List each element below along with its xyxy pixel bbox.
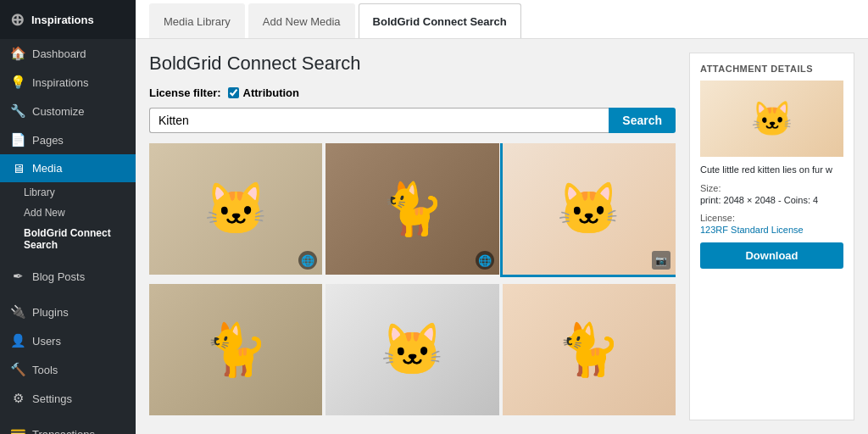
boldgrid-label: BoldGrid Connect Search xyxy=(24,227,125,251)
sidebar-item-pages[interactable]: 📄 Pages xyxy=(0,125,136,154)
users-icon: 👤 xyxy=(10,333,25,348)
globe-badge-2: 🌐 xyxy=(476,251,494,270)
license-label: License: xyxy=(700,213,843,223)
size-value: print: 2048 × 2048 - Coins: 4 xyxy=(700,195,818,205)
tab-media-library-label: Media Library xyxy=(164,15,231,28)
image-cell-5[interactable]: 🐱 xyxy=(326,284,498,415)
sidebar-submenu-library[interactable]: Library xyxy=(24,182,136,203)
license-link[interactable]: 123RF Standard License xyxy=(700,225,804,235)
site-name: ⊕ Inspirations xyxy=(0,0,136,39)
search-panel: BoldGrid Connect Search License filter: … xyxy=(149,53,676,420)
settings-icon: ⚙ xyxy=(10,391,25,406)
plugins-icon: 🔌 xyxy=(10,304,25,320)
image-cell-6[interactable]: 🐈 xyxy=(503,284,676,415)
attribution-checkbox-row: Attribution xyxy=(228,86,299,99)
sidebar-item-inspirations[interactable]: 💡 Inspirations xyxy=(0,68,136,97)
sidebar: ⊕ Inspirations 🏠 Dashboard 💡 Inspiration… xyxy=(0,0,136,434)
attachment-details-header: ATTACHMENT DETAILS xyxy=(700,64,843,74)
size-label: Size: xyxy=(700,183,843,193)
cat-image-4: 🐈 xyxy=(149,284,322,415)
attachment-license-meta: License: 123RF Standard License xyxy=(700,213,843,236)
cat-image-1: 🐱 xyxy=(149,143,322,275)
attachment-panel: ATTACHMENT DETAILS 🐱 Cute little red kit… xyxy=(689,53,854,420)
media-icon: 🖥 xyxy=(10,161,25,175)
sidebar-item-media[interactable]: 🖥 Media xyxy=(0,154,136,182)
attachment-size-meta: Size: print: 2048 × 2048 - Coins: 4 xyxy=(700,183,843,206)
sidebar-item-label: Pages xyxy=(32,134,64,147)
tab-boldgrid-label: BoldGrid Connect Search xyxy=(373,15,507,28)
sidebar-item-label: Settings xyxy=(32,392,72,405)
tab-add-new-media-label: Add New Media xyxy=(263,15,341,28)
content-area: BoldGrid Connect Search License filter: … xyxy=(136,39,868,434)
blog-posts-icon: ✒ xyxy=(10,269,25,284)
attachment-thumbnail: 🐱 xyxy=(700,81,843,157)
sidebar-item-transactions[interactable]: 💳 Transactions xyxy=(0,420,136,434)
cat-image-6: 🐈 xyxy=(503,284,676,415)
sidebar-item-label: Plugins xyxy=(32,306,69,319)
image-grid-wrapper: 🐱 🌐 🐈 🌐 🐱 📷 🐈 xyxy=(149,143,676,420)
sidebar-item-label: Tools xyxy=(32,364,58,376)
photo-badge-3: 📷 xyxy=(652,251,670,270)
tab-boldgrid-connect-search[interactable]: BoldGrid Connect Search xyxy=(359,3,521,38)
sidebar-item-settings[interactable]: ⚙ Settings xyxy=(0,384,136,413)
search-input[interactable] xyxy=(149,108,609,133)
dashboard-icon: 🏠 xyxy=(10,46,25,61)
sidebar-item-label: Dashboard xyxy=(32,47,86,60)
cat-image-3: 🐱 xyxy=(503,143,676,275)
cat-image-2: 🐈 xyxy=(326,143,498,275)
sidebar-item-plugins[interactable]: 🔌 Plugins xyxy=(0,298,136,326)
sidebar-item-label: Transactions xyxy=(32,428,95,435)
attachment-caption: Cute little red kitten lies on fur w xyxy=(700,164,843,176)
license-filter: License filter: Attribution xyxy=(149,86,676,99)
attribution-label[interactable]: Attribution xyxy=(243,86,299,99)
main-content: Media Library Add New Media BoldGrid Con… xyxy=(136,0,868,434)
sidebar-item-label: Customize xyxy=(32,105,84,118)
inspirations-icon: 💡 xyxy=(10,75,25,90)
cat-image-5: 🐱 xyxy=(326,284,498,415)
image-cell-3[interactable]: 🐱 📷 xyxy=(503,143,676,275)
sidebar-submenu-boldgrid[interactable]: BoldGrid Connect Search xyxy=(24,223,136,255)
tools-icon: 🔨 xyxy=(10,362,25,377)
search-row: Search xyxy=(149,108,676,133)
tab-media-library[interactable]: Media Library xyxy=(149,3,245,38)
search-button[interactable]: Search xyxy=(609,108,676,133)
download-button[interactable]: Download xyxy=(700,242,843,269)
sidebar-item-label: Users xyxy=(32,335,61,348)
library-label: Library xyxy=(24,186,55,198)
transactions-icon: 💳 xyxy=(10,426,25,434)
site-title: Inspirations xyxy=(31,14,94,26)
image-cell-2[interactable]: 🐈 🌐 xyxy=(326,143,498,275)
attribution-checkbox[interactable] xyxy=(228,87,239,98)
sidebar-item-label: Media xyxy=(32,162,62,175)
image-cell-1[interactable]: 🐱 🌐 xyxy=(149,143,322,275)
attachment-thumb-img: 🐱 xyxy=(700,81,843,157)
customize-icon: 🔧 xyxy=(10,103,25,119)
sidebar-item-label: Inspirations xyxy=(32,76,88,89)
sidebar-item-dashboard[interactable]: 🏠 Dashboard xyxy=(0,39,136,68)
add-new-label: Add New xyxy=(24,207,65,219)
image-cell-4[interactable]: 🐈 xyxy=(149,284,322,415)
sidebar-item-tools[interactable]: 🔨 Tools xyxy=(0,355,136,384)
sidebar-item-users[interactable]: 👤 Users xyxy=(0,326,136,355)
image-grid: 🐱 🌐 🐈 🌐 🐱 📷 🐈 xyxy=(149,143,676,420)
topbar: Media Library Add New Media BoldGrid Con… xyxy=(136,0,868,39)
media-submenu: Library Add New BoldGrid Connect Search xyxy=(0,182,136,255)
sidebar-item-label: Blog Posts xyxy=(32,270,85,283)
tab-add-new-media[interactable]: Add New Media xyxy=(248,3,355,38)
sidebar-submenu-add-new[interactable]: Add New xyxy=(24,203,136,223)
license-filter-label: License filter: xyxy=(149,86,221,99)
pages-icon: 📄 xyxy=(10,132,25,147)
sidebar-item-blog-posts[interactable]: ✒ Blog Posts xyxy=(0,262,136,291)
sidebar-item-customize[interactable]: 🔧 Customize xyxy=(0,97,136,125)
page-title: BoldGrid Connect Search xyxy=(149,53,676,75)
wp-icon: ⊕ xyxy=(10,9,25,30)
